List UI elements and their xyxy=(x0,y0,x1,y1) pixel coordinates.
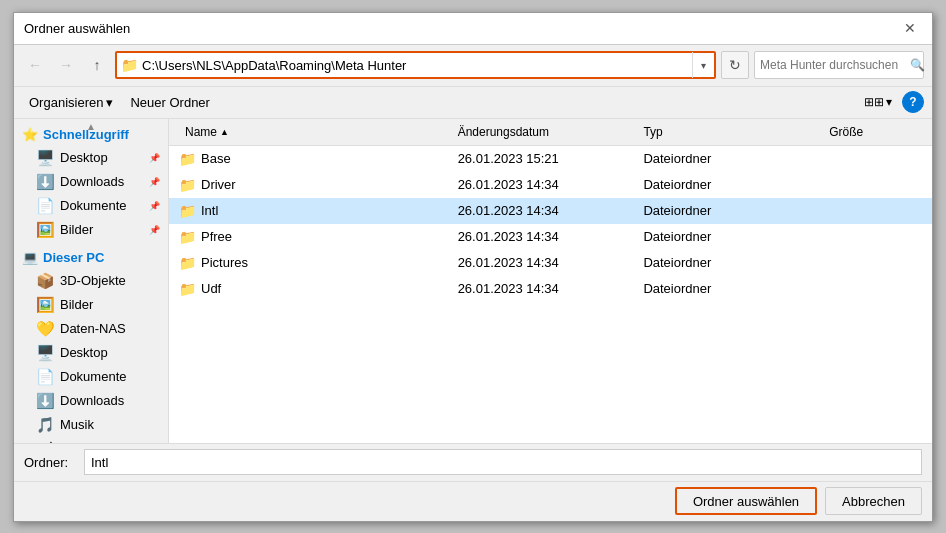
sidebar-item-downloads-pc[interactable]: ⬇️ Downloads xyxy=(14,389,168,413)
sidebar-item-downloads-quick[interactable]: ⬇️ Downloads 📌 xyxy=(14,170,168,194)
sidebar-item-3d[interactable]: 📦 3D-Objekte xyxy=(14,269,168,293)
sidebar: ▲ ⭐ Schnellzugriff 🖥️ Desktop 📌 ⬇️ Downl… xyxy=(14,119,169,443)
this-pc-label: Dieser PC xyxy=(43,250,104,265)
sidebar-item-label: Dokumente xyxy=(60,198,126,213)
col-header-size[interactable]: Größe xyxy=(823,122,922,142)
sidebar-item-label: Downloads xyxy=(60,174,124,189)
help-button[interactable]: ? xyxy=(902,91,924,113)
sidebar-item-label: Desktop xyxy=(60,345,108,360)
dokumente-pc-icon: 📄 xyxy=(36,368,55,386)
row-folder-icon: 📁 xyxy=(179,281,196,297)
title-bar: Ordner auswählen ✕ xyxy=(14,13,932,45)
file-date: 26.01.2023 14:34 xyxy=(458,177,644,192)
col-header-type[interactable]: Typ xyxy=(637,122,823,142)
action-toolbar: Organisieren ▾ Neuer Ordner ⊞⊞ ▾ ? xyxy=(14,87,932,119)
file-date: 26.01.2023 15:21 xyxy=(458,151,644,166)
cancel-button[interactable]: Abbrechen xyxy=(825,487,922,515)
dokumente-quick-icon: 📄 xyxy=(36,197,55,215)
pin-icon: 📌 xyxy=(149,177,160,187)
row-folder-icon: 📁 xyxy=(179,151,196,167)
col-header-name[interactable]: Name ▲ xyxy=(179,122,452,142)
row-name-label: Base xyxy=(201,151,231,166)
sidebar-item-label: Bilder xyxy=(60,222,93,237)
table-row[interactable]: 📁 Intl 26.01.2023 14:34 Dateiordner xyxy=(169,198,932,224)
row-name-label: Driver xyxy=(201,177,236,192)
sidebar-item-label: 3D-Objekte xyxy=(60,273,126,288)
table-row[interactable]: 📁 Driver 26.01.2023 14:34 Dateiordner xyxy=(169,172,932,198)
sidebar-item-dokumente-pc[interactable]: 📄 Dokumente xyxy=(14,365,168,389)
col-type-label: Typ xyxy=(643,125,662,139)
bottom-buttons: Ordner auswählen Abbrechen xyxy=(14,481,932,521)
3d-icon: 📦 xyxy=(36,272,55,290)
sidebar-item-label: Musik xyxy=(60,417,94,432)
file-date: 26.01.2023 14:34 xyxy=(458,281,644,296)
file-area: Name ▲ Änderungsdatum Typ Größe 📁 xyxy=(169,119,932,443)
organize-label: Organisieren xyxy=(29,95,103,110)
main-area: ▲ ⭐ Schnellzugriff 🖥️ Desktop 📌 ⬇️ Downl… xyxy=(14,119,932,443)
file-name: 📁 Udf xyxy=(179,281,458,297)
view-button[interactable]: ⊞⊞ ▾ xyxy=(858,92,898,112)
table-row[interactable]: 📁 Base 26.01.2023 15:21 Dateiordner xyxy=(169,146,932,172)
confirm-button[interactable]: Ordner auswählen xyxy=(675,487,817,515)
search-icon: 🔍 xyxy=(910,58,925,72)
view-icon: ⊞⊞ xyxy=(864,95,884,109)
table-row[interactable]: 📁 Udf 26.01.2023 14:34 Dateiordner xyxy=(169,276,932,302)
videos-icon: 📹 xyxy=(36,440,55,443)
folder-input[interactable] xyxy=(84,449,922,475)
sidebar-item-label: Desktop xyxy=(60,150,108,165)
file-name: 📁 Driver xyxy=(179,177,458,193)
sidebar-item-musik[interactable]: 🎵 Musik xyxy=(14,413,168,437)
row-folder-icon: 📁 xyxy=(179,255,196,271)
organize-button[interactable]: Organisieren ▾ xyxy=(22,92,120,113)
file-name: 📁 Base xyxy=(179,151,458,167)
daten-nas-icon: 💛 xyxy=(36,320,55,338)
sidebar-item-daten-nas[interactable]: 💛 Daten-NAS xyxy=(14,317,168,341)
scroll-up-arrow: ▲ xyxy=(86,121,96,132)
file-date: 26.01.2023 14:34 xyxy=(458,203,644,218)
address-dropdown-button[interactable]: ▾ xyxy=(692,52,714,78)
close-button[interactable]: ✕ xyxy=(898,16,922,40)
toolbar2-left: Organisieren ▾ Neuer Ordner xyxy=(22,92,216,113)
row-folder-icon: 📁 xyxy=(179,177,196,193)
address-folder-icon: 📁 xyxy=(117,57,142,73)
file-type: Dateiordner xyxy=(643,255,829,270)
bilder-pc-icon: 🖼️ xyxy=(36,296,55,314)
row-name-label: Intl xyxy=(201,203,218,218)
sidebar-item-desktop-quick[interactable]: 🖥️ Desktop 📌 xyxy=(14,146,168,170)
file-name: 📁 Pfree xyxy=(179,229,458,245)
folder-label: Ordner: xyxy=(24,455,74,470)
sidebar-item-bilder-pc[interactable]: 🖼️ Bilder xyxy=(14,293,168,317)
table-row[interactable]: 📁 Pictures 26.01.2023 14:34 Dateiordner xyxy=(169,250,932,276)
new-folder-button[interactable]: Neuer Ordner xyxy=(124,93,215,112)
up-button[interactable]: ↑ xyxy=(84,52,110,78)
row-folder-icon: 📁 xyxy=(179,229,196,245)
file-name: 📁 Pictures xyxy=(179,255,458,271)
title-bar-left: Ordner auswählen xyxy=(24,21,130,36)
row-folder-icon: 📁 xyxy=(179,203,196,219)
refresh-button[interactable]: ↻ xyxy=(721,51,749,79)
file-type: Dateiordner xyxy=(643,203,829,218)
sidebar-item-desktop-pc[interactable]: 🖥️ Desktop xyxy=(14,341,168,365)
view-arrow-icon: ▾ xyxy=(886,95,892,109)
file-type: Dateiordner xyxy=(643,281,829,296)
this-pc-section[interactable]: 💻 Dieser PC xyxy=(14,246,168,269)
address-input[interactable] xyxy=(142,58,692,73)
file-dialog: Ordner auswählen ✕ ← → ↑ 📁 ▾ ↻ 🔍 Organis… xyxy=(13,12,933,522)
sidebar-item-bilder-quick[interactable]: 🖼️ Bilder 📌 xyxy=(14,218,168,242)
forward-button[interactable]: → xyxy=(53,52,79,78)
sidebar-item-dokumente-quick[interactable]: 📄 Dokumente 📌 xyxy=(14,194,168,218)
table-row[interactable]: 📁 Pfree 26.01.2023 14:34 Dateiordner xyxy=(169,224,932,250)
col-date-label: Änderungsdatum xyxy=(458,125,549,139)
sidebar-item-label: Dokumente xyxy=(60,369,126,384)
pin-icon: 📌 xyxy=(149,201,160,211)
file-type: Dateiordner xyxy=(643,151,829,166)
col-header-date[interactable]: Änderungsdatum xyxy=(452,122,638,142)
pin-icon: 📌 xyxy=(149,153,160,163)
address-bar-wrapper: 📁 ▾ xyxy=(115,51,716,79)
search-input[interactable] xyxy=(760,58,910,72)
scroll-up-indicator: ▲ xyxy=(16,121,166,132)
sidebar-item-videos[interactable]: 📹 Videos xyxy=(14,437,168,443)
back-button[interactable]: ← xyxy=(22,52,48,78)
file-header: Name ▲ Änderungsdatum Typ Größe xyxy=(169,119,932,146)
musik-icon: 🎵 xyxy=(36,416,55,434)
